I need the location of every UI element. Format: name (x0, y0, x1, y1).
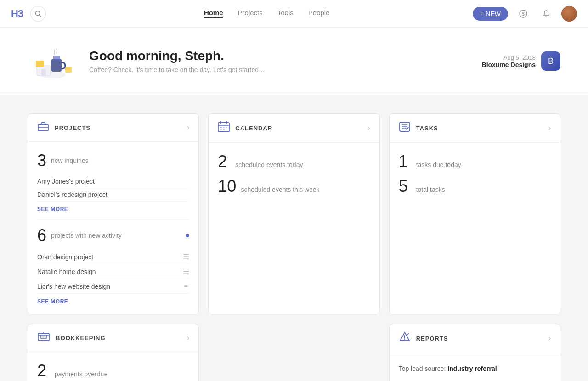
currency-button[interactable]: $ (515, 6, 531, 22)
tasks-stat-0: 1 tasks due today (399, 152, 551, 171)
nav-people[interactable]: People (308, 9, 330, 18)
nav-tools[interactable]: Tools (277, 9, 294, 18)
tasks-card-body: 1 tasks due today 5 total tasks (390, 143, 560, 211)
tasks-card: TASKS › 1 tasks due today 5 total tasks (389, 113, 560, 314)
top-lead-value: Industry referral (447, 365, 497, 372)
activity-name-1: Natalie home design (37, 268, 183, 275)
bookkeeping-stat-number-0: 2 (37, 361, 50, 381)
calendar-title: CALENDAR (235, 125, 368, 132)
svg-rect-20 (220, 129, 222, 130)
activity-item-1[interactable]: Natalie home design ☰ (37, 264, 189, 279)
subtitle-text: Coffee? Check. It's time to take on the … (89, 66, 265, 73)
hero-date-company: Aug 5, 2018 Bloxume Designs (482, 54, 536, 68)
bookkeeping-card-body: 2 payments overdue 4 payments paid in th… (28, 352, 198, 381)
bell-icon (542, 10, 550, 18)
projects-card-header[interactable]: PROJECTS › (28, 114, 198, 142)
cards-grid: PROJECTS › 3 new inquiries Amy Jones's p… (28, 113, 560, 381)
hero-section: Good morning, Steph. Coffee? Check. It's… (0, 28, 588, 95)
svg-rect-8 (53, 56, 60, 60)
bookkeeping-svg (37, 331, 50, 342)
calendar-stat-label-1: scheduled events this week (241, 186, 319, 193)
calendar-card-body: 2 scheduled events today 10 scheduled ev… (209, 143, 379, 211)
date-text: Aug 5, 2018 (482, 54, 536, 61)
svg-rect-17 (220, 127, 222, 128)
tasks-stat-number-1: 5 (399, 177, 412, 196)
calendar-card: CALENDAR › 2 scheduled events today 10 s… (208, 113, 379, 314)
activity-item-2[interactable]: Lior's new website design ✒ (37, 279, 189, 294)
tasks-svg (399, 121, 411, 132)
bookkeeping-icon (37, 331, 50, 344)
calendar-stat-1: 10 scheduled events this week (218, 177, 370, 196)
calendar-stat-number-1: 10 (218, 177, 236, 196)
briefcase-icon (37, 121, 49, 131)
activity-icon-2: ✒ (183, 282, 189, 291)
activity-item-0[interactable]: Oran design project ☰ (37, 250, 189, 264)
tasks-card-header[interactable]: TASKS › (390, 114, 560, 143)
svg-rect-7 (51, 59, 62, 72)
notifications-button[interactable] (538, 6, 554, 22)
projects-divider (37, 219, 189, 219)
search-button[interactable] (30, 6, 46, 22)
company-name: Bloxume Designs (482, 61, 536, 68)
hero-right: Aug 5, 2018 Bloxume Designs B (482, 51, 560, 71)
top-lead-label: Top lead source: (399, 365, 446, 372)
nav-home[interactable]: Home (204, 9, 223, 18)
tasks-arrow[interactable]: › (548, 124, 551, 132)
nav-links: Home Projects Tools People (61, 9, 473, 18)
svg-line-1 (40, 15, 41, 17)
reports-card: REPORTS › Top lead source: Industry refe… (389, 324, 560, 381)
hero-text: Good morning, Steph. Coffee? Check. It's… (89, 49, 265, 73)
bookkeeping-title: BOOKKEEPING (56, 335, 187, 342)
inquiry-item-0[interactable]: Amy Jones's project (37, 175, 189, 188)
projects-arrow[interactable]: › (187, 123, 189, 132)
inquiries-label: new inquiries (51, 157, 89, 164)
inquiry-item-1[interactable]: Daniel's redesign project (37, 188, 189, 202)
bookkeeping-card-header[interactable]: BOOKKEEPING › (28, 324, 198, 352)
calendar-arrow[interactable]: › (368, 124, 370, 132)
tasks-stat-number-0: 1 (399, 152, 412, 171)
avatar[interactable] (561, 6, 577, 22)
hero-svg (28, 40, 78, 82)
inquiry-name-1: Daniel's redesign project (37, 191, 189, 198)
svg-rect-11 (38, 124, 48, 131)
projects-icon (37, 121, 49, 134)
reports-svg (399, 331, 411, 342)
tasks-stat-label-0: tasks due today (416, 161, 461, 168)
tasks-icon (399, 121, 411, 135)
tasks-title: TASKS (416, 125, 548, 132)
dollar-icon: $ (519, 10, 527, 18)
logo: H3 (11, 8, 23, 20)
nav-projects[interactable]: Projects (238, 9, 263, 18)
reports-card-header[interactable]: REPORTS › (390, 324, 560, 353)
projects-title: PROJECTS (55, 124, 187, 131)
reports-arrow[interactable]: › (548, 334, 551, 342)
nav-right: + NEW $ (473, 6, 577, 22)
calendar-stat-0: 2 scheduled events today (218, 152, 370, 171)
calendar-icon (218, 121, 230, 135)
reports-icon (399, 331, 411, 345)
reports-card-body: Top lead source: Industry referral Value… (390, 353, 560, 381)
activity-dot (186, 234, 189, 237)
bookkeeping-arrow[interactable]: › (187, 334, 189, 342)
calendar-stat-number-0: 2 (218, 152, 231, 171)
activity-icon-1: ☰ (183, 267, 189, 276)
svg-rect-21 (223, 129, 225, 130)
calendar-card-header[interactable]: CALENDAR › (209, 114, 379, 143)
svg-rect-10 (65, 67, 72, 73)
svg-rect-19 (226, 127, 227, 128)
search-icon (35, 11, 41, 17)
see-more-inquiries[interactable]: SEE MORE (37, 206, 189, 213)
svg-rect-6 (41, 69, 46, 76)
svg-rect-9 (36, 61, 44, 67)
calendar-svg (218, 121, 230, 132)
svg-point-33 (404, 339, 405, 340)
new-button[interactable]: + NEW (473, 7, 508, 21)
activity-name-0: Oran design project (37, 253, 183, 261)
activity-name-2: Lior's new website design (37, 283, 183, 290)
bookkeeping-stat-label-0: payments overdue (55, 370, 107, 378)
reports-title: REPORTS (416, 335, 548, 342)
main-content: PROJECTS › 3 new inquiries Amy Jones's p… (0, 95, 588, 381)
see-more-activity[interactable]: SEE MORE (37, 298, 189, 305)
greeting-text: Good morning, Steph. (89, 49, 265, 63)
bookkeeping-stat-0: 2 payments overdue (37, 361, 189, 381)
